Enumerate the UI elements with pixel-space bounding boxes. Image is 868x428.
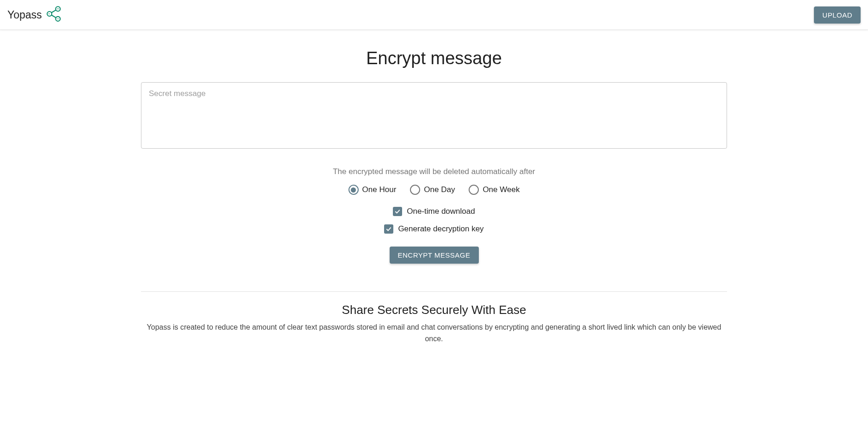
radio-label: One Day [424, 185, 455, 194]
secret-field-wrapper [141, 82, 727, 149]
svg-line-4 [51, 15, 56, 18]
check-icon [385, 225, 392, 233]
generate-key-checkbox[interactable] [384, 224, 393, 234]
radio-icon [410, 185, 420, 195]
expiry-option-one-week[interactable]: One Week [469, 185, 520, 195]
radio-icon [348, 185, 359, 195]
svg-point-5 [49, 13, 49, 14]
expiry-radio-group: One Hour One Day One Week [141, 185, 727, 195]
header: Yopass UPLOAD [0, 0, 868, 30]
expiry-option-one-day[interactable]: One Day [410, 185, 455, 195]
expiry-option-one-hour[interactable]: One Hour [348, 185, 397, 195]
one-time-checkbox-row: One-time download [141, 207, 727, 216]
page-title: Encrypt message [141, 48, 727, 68]
svg-point-9 [58, 18, 59, 19]
brand[interactable]: Yopass [7, 5, 63, 25]
generate-key-checkbox-row: Generate decryption key [141, 224, 727, 234]
radio-label: One Week [483, 185, 520, 194]
footer-description: Yopass is created to reduce the amount o… [143, 322, 725, 345]
divider [141, 291, 727, 292]
footer-title: Share Secrets Securely With Ease [141, 303, 727, 317]
one-time-label: One-time download [407, 207, 475, 216]
expiry-helper-text: The encrypted message will be deleted au… [141, 167, 727, 176]
submit-row: ENCRYPT MESSAGE [141, 247, 727, 264]
radio-icon [469, 185, 479, 195]
main-container: Encrypt message The encrypted message wi… [134, 48, 734, 345]
svg-point-2 [55, 17, 60, 21]
encrypt-button[interactable]: ENCRYPT MESSAGE [390, 247, 479, 264]
svg-line-3 [51, 10, 56, 13]
svg-point-7 [58, 8, 59, 9]
check-icon [394, 208, 401, 215]
generate-key-label: Generate decryption key [398, 224, 483, 234]
svg-point-6 [57, 8, 58, 9]
svg-point-8 [57, 18, 58, 19]
brand-name: Yopass [7, 9, 42, 21]
upload-button[interactable]: UPLOAD [814, 6, 861, 24]
one-time-checkbox[interactable] [393, 207, 402, 216]
share-icon [45, 5, 63, 25]
svg-point-1 [55, 6, 60, 11]
radio-label: One Hour [362, 185, 397, 194]
secret-input[interactable] [149, 89, 719, 140]
